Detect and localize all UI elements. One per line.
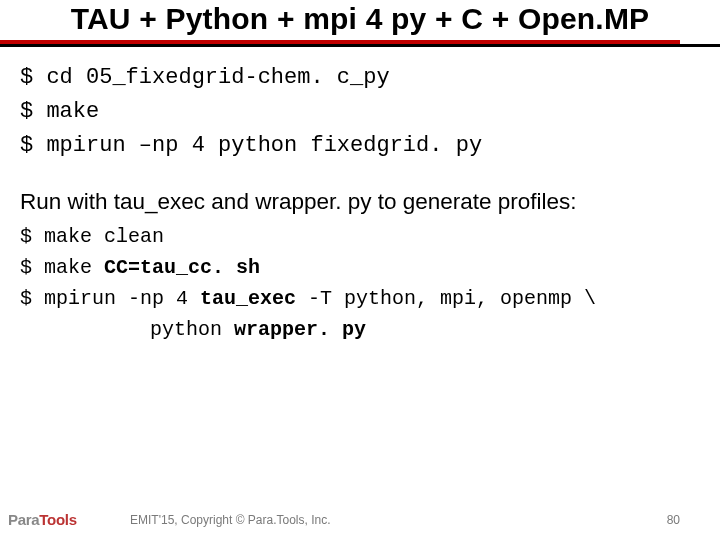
footer: ParaTools EMIT'15, Copyright © Para.Tool… [0, 500, 720, 540]
code-line: $ mpirun –np 4 python fixedgrid. py [20, 129, 700, 163]
prompt: $ [20, 225, 44, 248]
prompt: $ [20, 65, 46, 90]
logo-tools: Tools [39, 511, 76, 528]
code-bold: CC=tau_cc. sh [104, 256, 260, 279]
code-block-2: $ make clean $ make CC=tau_cc. sh $ mpir… [20, 221, 700, 345]
copyright-text: EMIT'15, Copyright © Para.Tools, Inc. [120, 513, 667, 527]
caption-text: Run with tau_exec and wrapper. py to gen… [20, 189, 700, 215]
code-line: $ mpirun -np 4 tau_exec -T python, mpi, … [20, 283, 700, 314]
code-line: $ make CC=tau_cc. sh [20, 252, 700, 283]
code-text: mpirun –np 4 python fixedgrid. py [46, 133, 482, 158]
content: $ cd 05_fixedgrid-chem. c_py $ make $ mp… [0, 47, 720, 345]
code-text: python [150, 318, 234, 341]
code-block-1: $ cd 05_fixedgrid-chem. c_py $ make $ mp… [20, 61, 700, 163]
code-text: make [44, 256, 104, 279]
code-line-cont: python wrapper. py [20, 314, 700, 345]
prompt: $ [20, 133, 46, 158]
code-text: cd 05_fixedgrid-chem. c_py [46, 65, 389, 90]
code-bold: wrapper. py [234, 318, 366, 341]
logo: ParaTools [0, 511, 120, 529]
code-text: -T python, mpi, openmp \ [296, 287, 596, 310]
code-line: $ make clean [20, 221, 700, 252]
prompt: $ [20, 256, 44, 279]
code-text: make [46, 99, 99, 124]
logo-para: Para [8, 511, 39, 528]
prompt: $ [20, 287, 44, 310]
code-line: $ cd 05_fixedgrid-chem. c_py [20, 61, 700, 95]
code-bold: tau_exec [200, 287, 296, 310]
page-number: 80 [667, 513, 720, 527]
slide-title: TAU + Python + mpi 4 py + C + Open.MP [14, 2, 706, 36]
code-text: make clean [44, 225, 164, 248]
prompt: $ [20, 99, 46, 124]
slide: TAU + Python + mpi 4 py + C + Open.MP $ … [0, 0, 720, 540]
code-line: $ make [20, 95, 700, 129]
code-text: mpirun -np 4 [44, 287, 200, 310]
title-wrap: TAU + Python + mpi 4 py + C + Open.MP [0, 0, 720, 36]
